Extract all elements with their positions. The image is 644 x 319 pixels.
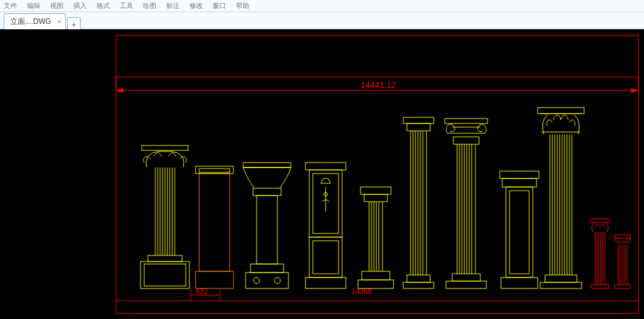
dimension-bottom: 832 14058: [191, 287, 372, 301]
svg-rect-82: [540, 282, 582, 288]
svg-rect-31: [253, 188, 281, 196]
svg-rect-33: [243, 163, 291, 167]
menu-item[interactable]: 窗口: [213, 1, 226, 10]
column-9: [538, 108, 584, 288]
new-tab-button[interactable]: +: [67, 17, 81, 31]
drawing-canvas[interactable]: 14441.12 832 14058: [0, 29, 644, 319]
menu-item[interactable]: 视图: [50, 1, 64, 10]
dimension-value: 14441.12: [360, 80, 397, 90]
svg-rect-104: [615, 285, 631, 288]
svg-rect-26: [246, 273, 288, 288]
menu-item[interactable]: 格式: [97, 1, 110, 10]
svg-point-27: [254, 277, 260, 284]
column-1: [141, 145, 189, 288]
svg-rect-30: [257, 196, 277, 264]
tab-strip: 立面....DWG × +: [0, 12, 644, 29]
column-5: [358, 187, 393, 288]
svg-rect-77: [501, 277, 538, 288]
svg-rect-34: [306, 277, 346, 288]
svg-rect-29: [251, 264, 284, 273]
menu-item[interactable]: 标注: [166, 1, 180, 10]
svg-rect-78: [506, 187, 533, 277]
svg-rect-21: [142, 145, 188, 150]
menu-bar: 文件 编辑 视图 插入 格式 工具 绘图 标注 修改 窗口 帮助: [0, 0, 644, 12]
column-8: [500, 171, 539, 288]
menu-item[interactable]: 修改: [189, 1, 203, 10]
svg-point-28: [274, 277, 280, 284]
svg-rect-62: [403, 117, 434, 123]
svg-rect-61: [407, 123, 430, 131]
column-7: [445, 119, 488, 288]
column-3: [243, 163, 291, 288]
svg-rect-96: [591, 285, 609, 288]
svg-rect-94: [538, 108, 584, 114]
svg-rect-9: [141, 262, 189, 288]
svg-rect-25: [199, 169, 230, 172]
document-tab[interactable]: 立面....DWG ×: [4, 13, 66, 29]
tab-label: 立面....DWG: [10, 16, 51, 27]
svg-rect-23: [199, 174, 230, 271]
svg-rect-43: [362, 271, 390, 280]
column-11: [615, 235, 631, 288]
menu-item[interactable]: 编辑: [27, 1, 40, 10]
cad-drawing: 14441.12 832 14058: [0, 29, 644, 319]
column-6: [403, 117, 434, 288]
svg-rect-39: [306, 163, 346, 170]
svg-rect-36: [313, 241, 338, 274]
close-icon[interactable]: ×: [57, 18, 62, 26]
svg-rect-83: [545, 275, 577, 282]
svg-rect-53: [407, 275, 430, 282]
menu-item[interactable]: 插入: [73, 1, 87, 10]
svg-rect-50: [364, 194, 387, 202]
svg-rect-81: [500, 171, 539, 178]
menu-item[interactable]: 帮助: [236, 1, 249, 10]
menu-item[interactable]: 文件: [4, 1, 17, 10]
svg-rect-51: [360, 187, 391, 194]
svg-rect-63: [446, 281, 486, 288]
svg-rect-73: [453, 137, 479, 144]
svg-rect-103: [590, 219, 610, 222]
dimension-top: 14441.12: [116, 77, 639, 93]
svg-rect-75: [445, 119, 488, 123]
svg-rect-79: [510, 191, 529, 274]
svg-rect-80: [502, 178, 536, 187]
column-2: [196, 166, 233, 288]
svg-rect-52: [403, 282, 434, 288]
menu-item[interactable]: 工具: [120, 1, 133, 10]
svg-rect-64: [452, 274, 480, 281]
menu-item[interactable]: 绘图: [143, 1, 156, 10]
svg-rect-11: [148, 255, 182, 262]
svg-rect-10: [144, 264, 186, 286]
svg-rect-35: [309, 237, 342, 277]
column-10: [590, 219, 610, 288]
svg-rect-22: [196, 271, 233, 288]
column-4: [306, 163, 346, 288]
